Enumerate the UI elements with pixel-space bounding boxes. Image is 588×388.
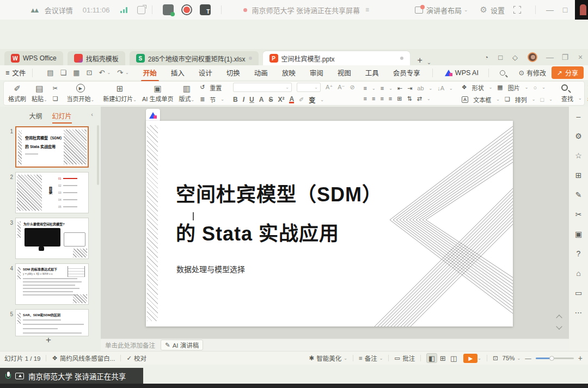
favorites-star-icon[interactable]: ☆ bbox=[575, 151, 582, 160]
find-button[interactable]: 查找⌄ bbox=[561, 94, 582, 103]
tab-list-chevron-icon[interactable]: ⌄ bbox=[427, 59, 431, 65]
reading-view-button[interactable]: ◫ bbox=[448, 353, 459, 363]
next-slide-chevron-icon[interactable] bbox=[556, 323, 562, 329]
play-options-chevron-icon[interactable]: ⌄ bbox=[477, 356, 481, 361]
fit-window-icon[interactable]: ⊡ bbox=[493, 354, 498, 362]
tab-design[interactable]: 设计 bbox=[199, 67, 212, 78]
align-left-icon[interactable]: ≡ bbox=[364, 95, 367, 102]
paste-button[interactable]: ▤ 粘贴⌄ bbox=[32, 84, 47, 103]
bold-button[interactable]: B bbox=[233, 96, 238, 103]
search-icon[interactable] bbox=[500, 70, 505, 76]
ai-generate-page-button[interactable]: ▣ AI 生成单页 bbox=[142, 84, 173, 103]
redo-icon[interactable]: ↷ bbox=[117, 69, 123, 77]
sharing-list-icon[interactable]: ≡ bbox=[365, 6, 369, 14]
section-button[interactable]: ≣节⌄ bbox=[200, 95, 224, 104]
zoom-level[interactable]: 75%⌄ bbox=[503, 355, 521, 361]
more-icon[interactable]: ⋯ bbox=[575, 308, 583, 317]
tab-slideshow[interactable]: 放映 bbox=[282, 67, 296, 78]
modified-status[interactable]: ⊙ 有修改 bbox=[519, 68, 546, 77]
slide-canvas[interactable]: 空间杜宾模型（SDM） 的 Stata 实战应用 数据处理与模型选择 bbox=[146, 121, 513, 327]
collapse-rail-icon[interactable]: – bbox=[577, 112, 581, 121]
clear-format-icon[interactable]: ⊘ bbox=[350, 84, 354, 91]
materials-icon[interactable]: ⊞ bbox=[575, 171, 582, 180]
slide-thumbnail-1[interactable]: 空间杜宾模型（SDM） 的 Stata 实战应用 bbox=[15, 126, 89, 168]
video-thumbnail-corner[interactable] bbox=[575, 0, 588, 20]
maximize-button[interactable]: □ bbox=[558, 5, 573, 14]
strikethrough-button[interactable]: S bbox=[268, 96, 273, 103]
arrange-icon[interactable]: ❏ bbox=[505, 96, 510, 103]
slide-sorter-view-button[interactable]: ⊞ bbox=[437, 353, 448, 363]
app-minimize-button[interactable]: — bbox=[542, 53, 558, 61]
settings-button[interactable]: 设置 bbox=[491, 5, 505, 15]
doc-app-icon[interactable] bbox=[163, 4, 174, 15]
wps-ai-floating-button[interactable] bbox=[146, 109, 160, 122]
slide-subtitle[interactable]: 数据处理与模型选择 bbox=[176, 263, 245, 274]
slide-thumbnail-5[interactable]: SAR、SEM和SDM的区别 bbox=[15, 309, 89, 336]
indent-icon[interactable]: ⇥ bbox=[407, 85, 412, 92]
thumbnail-scrollbar[interactable] bbox=[97, 125, 99, 185]
comment-bubble-icon[interactable]: ▭ bbox=[575, 288, 582, 297]
app-close-button[interactable]: × bbox=[573, 53, 588, 61]
format-painter-button[interactable]: ✐ 格式刷 bbox=[8, 84, 26, 103]
copy-icon[interactable]: ❏ bbox=[53, 95, 58, 102]
new-tab-button[interactable]: + bbox=[418, 56, 422, 65]
numbered-list-icon[interactable]: ≡ bbox=[381, 85, 384, 91]
signature-pen-icon[interactable]: ✎ bbox=[575, 190, 582, 199]
properties-icon[interactable]: ⚙ bbox=[575, 132, 582, 140]
share-button[interactable]: ↗ 分享 bbox=[552, 66, 584, 79]
slide-thumbnail-3[interactable]: 为什么要使用空间杜宾模型? bbox=[15, 218, 89, 259]
bullet-list-icon[interactable]: ≡ bbox=[364, 85, 367, 91]
presenter-layout-button[interactable]: 演讲者布局 bbox=[426, 5, 462, 15]
print-icon[interactable]: ▦ bbox=[73, 69, 79, 77]
normal-view-button[interactable]: ◧ bbox=[426, 353, 437, 363]
help-icon[interactable]: ? bbox=[577, 249, 581, 258]
tab-tools[interactable]: 工具 bbox=[365, 67, 379, 78]
grow-font-button[interactable]: A⁺ bbox=[326, 84, 333, 91]
zoom-slider[interactable] bbox=[536, 358, 574, 359]
slide-thumbnail-2[interactable]: 目录 01 02 03 04 05 bbox=[15, 172, 89, 213]
font-color-button[interactable]: A bbox=[289, 96, 294, 103]
zoom-out-button[interactable]: — bbox=[525, 355, 531, 361]
notes-bar[interactable]: 单击此处添加备注 ✎ AI 演讲稿 bbox=[101, 338, 569, 351]
fullscreen-icon[interactable] bbox=[513, 6, 521, 14]
minimize-button[interactable]: — bbox=[542, 5, 558, 14]
tab-insert[interactable]: 插入 bbox=[171, 67, 185, 78]
tab-transition[interactable]: 切换 bbox=[226, 67, 240, 78]
file-menu[interactable]: ≡ 文件 bbox=[5, 67, 26, 78]
shapes-icon[interactable]: ❖ bbox=[462, 84, 467, 91]
template-name-button[interactable]: ❖ 简约风线条感留白... bbox=[52, 354, 115, 362]
notes-placeholder[interactable]: 单击此处添加备注 bbox=[105, 341, 155, 349]
comments-button[interactable]: ▭ 批注 bbox=[394, 354, 415, 362]
align-right-icon[interactable]: ≡ bbox=[380, 95, 383, 102]
tab-pptx-file-active[interactable]: P 空间杜宾模型.pptx bbox=[263, 51, 410, 65]
layout-button[interactable]: ▥ 版式⌄ bbox=[179, 84, 194, 103]
tab-review[interactable]: 审阅 bbox=[310, 67, 323, 78]
slide-edit-area[interactable]: 空间杜宾模型（SDM） 的 Stata 实战应用 数据处理与模型选择 bbox=[101, 107, 569, 338]
save-icon[interactable]: ▤ bbox=[47, 69, 53, 77]
meeting-details-button[interactable]: 会议详情 bbox=[45, 5, 73, 15]
tab-xlsx-file[interactable]: S 285个地级市空间权重矩阵(1).xlsx bbox=[130, 51, 259, 65]
reset-button[interactable]: ↺重置 bbox=[200, 83, 224, 92]
translate-app-icon[interactable] bbox=[200, 4, 211, 15]
picture-icon[interactable]: ▦ bbox=[497, 84, 503, 91]
char-border-button[interactable]: ab bbox=[417, 85, 424, 91]
font-size-select[interactable]: ⌄ bbox=[297, 83, 321, 92]
text-effect-button[interactable]: 变 bbox=[309, 95, 315, 104]
proofread-button[interactable]: ✓ 校对 bbox=[126, 354, 146, 362]
chevron-down-icon[interactable]: ⌄ bbox=[107, 70, 111, 75]
tab-view[interactable]: 视图 bbox=[338, 67, 351, 78]
tab-wps-ai[interactable]: WPS AI bbox=[445, 69, 479, 77]
notes-button[interactable]: ≡ 备注⌄ bbox=[359, 354, 383, 362]
superscript-button[interactable]: X² bbox=[278, 96, 284, 103]
tab-animation[interactable]: 动画 bbox=[254, 67, 268, 78]
tab-docer-templates[interactable]: 找稻壳模板 bbox=[68, 51, 125, 65]
chevron-down-icon[interactable]: ⌄ bbox=[125, 70, 129, 75]
frame-icon[interactable]: ▣ bbox=[575, 230, 582, 238]
underline-button[interactable]: U bbox=[249, 96, 254, 103]
history-icon[interactable]: ◔ bbox=[484, 53, 488, 61]
record-icon[interactable] bbox=[181, 4, 192, 15]
font-family-select[interactable]: ⌄ bbox=[233, 83, 292, 92]
align-center-icon[interactable]: ≡ bbox=[372, 95, 375, 102]
undo-icon[interactable]: ↶ bbox=[99, 69, 105, 77]
tab-outline[interactable]: 大纲 bbox=[29, 111, 42, 120]
